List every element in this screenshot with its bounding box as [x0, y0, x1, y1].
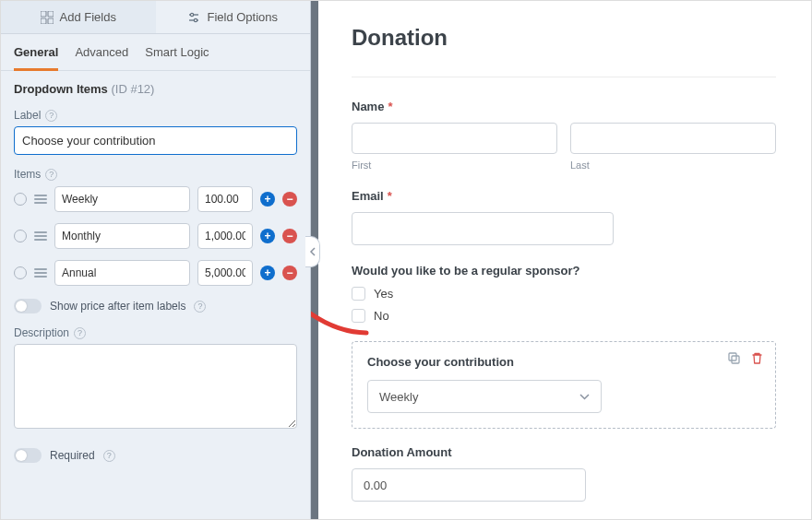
drag-handle-icon[interactable]: [34, 268, 47, 278]
item-name-input[interactable]: [54, 223, 190, 249]
label-input[interactable]: [14, 126, 297, 155]
duplicate-button[interactable]: [727, 351, 741, 368]
help-icon[interactable]: ?: [194, 301, 206, 313]
trash-icon: [750, 351, 764, 365]
tab-label: Add Fields: [60, 10, 116, 24]
name-label: Name*: [352, 100, 776, 113]
first-name-input[interactable]: [352, 123, 557, 154]
grid-icon: [41, 11, 54, 24]
chevron-left-icon: [309, 247, 316, 256]
add-item-button[interactable]: +: [260, 266, 275, 280]
field-name[interactable]: Name* First Last: [352, 100, 776, 171]
item-price-input[interactable]: [197, 260, 253, 286]
description-heading: Description ?: [14, 326, 297, 339]
item-default-radio[interactable]: [14, 193, 27, 206]
item-default-radio[interactable]: [14, 230, 27, 242]
svg-rect-2: [41, 18, 46, 24]
field-email[interactable]: Email*: [352, 189, 776, 245]
item-price-input[interactable]: [197, 223, 253, 249]
item-default-radio[interactable]: [14, 266, 27, 279]
chevron-down-icon: [579, 394, 590, 400]
tab-field-options[interactable]: Field Options: [156, 1, 311, 33]
checkbox-no-row[interactable]: No: [352, 309, 776, 323]
subtab-general[interactable]: General: [14, 34, 58, 71]
sub-tabs: General Advanced Smart Logic: [1, 34, 310, 71]
svg-point-7: [195, 18, 197, 21]
svg-rect-1: [48, 11, 54, 17]
delete-button[interactable]: [750, 351, 764, 368]
form-preview: Donation Name* First Last Email*: [311, 1, 811, 519]
required-toggle[interactable]: [14, 448, 42, 463]
svg-rect-3: [48, 18, 54, 24]
field-donation-amount[interactable]: Donation Amount 0.00: [352, 445, 776, 502]
show-price-toggle[interactable]: [14, 299, 42, 313]
svg-rect-0: [41, 11, 46, 17]
field-sponsor[interactable]: Would you like to be a regular sponsor? …: [352, 264, 776, 323]
add-item-button[interactable]: +: [260, 192, 275, 207]
section-title: Dropdown Items (ID #12): [14, 82, 297, 96]
email-input[interactable]: [352, 212, 614, 245]
svg-point-5: [191, 13, 194, 16]
top-tabs: Add Fields Field Options: [1, 1, 310, 34]
annotation-arrow-icon: [311, 268, 376, 342]
sidebar-panel: Add Fields Field Options General Advance…: [1, 1, 311, 519]
remove-item-button[interactable]: −: [282, 192, 297, 207]
drag-handle-icon[interactable]: [34, 195, 47, 204]
help-icon[interactable]: ?: [45, 169, 57, 181]
item-row: +−: [14, 223, 297, 249]
email-label: Email*: [352, 189, 776, 203]
item-price-input[interactable]: [197, 186, 253, 212]
sponsor-label: Would you like to be a regular sponsor?: [352, 264, 776, 278]
help-icon[interactable]: ?: [74, 327, 86, 339]
contribution-dropdown[interactable]: Weekly: [367, 380, 602, 413]
remove-item-button[interactable]: −: [282, 229, 297, 243]
subtab-smart-logic[interactable]: Smart Logic: [145, 34, 209, 70]
last-name-input[interactable]: [570, 123, 776, 154]
required-toggle-row: Required ?: [14, 448, 297, 463]
first-sublabel: First: [352, 160, 557, 171]
last-sublabel: Last: [570, 160, 776, 171]
help-icon[interactable]: ?: [103, 450, 115, 462]
subtab-advanced[interactable]: Advanced: [75, 34, 128, 70]
item-name-input[interactable]: [54, 186, 190, 212]
show-price-toggle-row: Show price after item labels ?: [14, 299, 297, 313]
help-icon[interactable]: ?: [45, 110, 57, 122]
svg-rect-8: [729, 353, 736, 360]
drag-handle-icon[interactable]: [34, 231, 47, 241]
add-item-button[interactable]: +: [260, 229, 275, 243]
sliders-icon: [187, 11, 200, 24]
label-heading: Label ?: [14, 109, 297, 122]
form-title: Donation: [352, 25, 776, 77]
contribution-label: Choose your contribution: [367, 355, 760, 369]
amount-label: Donation Amount: [352, 445, 776, 459]
collapse-handle[interactable]: [305, 236, 320, 267]
item-name-input[interactable]: [54, 260, 190, 286]
item-row: +−: [14, 186, 297, 212]
tab-label: Field Options: [207, 10, 278, 24]
remove-item-button[interactable]: −: [282, 266, 297, 280]
items-heading: Items ?: [14, 168, 297, 181]
duplicate-icon: [727, 351, 741, 365]
description-textarea[interactable]: [14, 344, 297, 429]
svg-rect-9: [732, 356, 739, 363]
item-row: +−: [14, 260, 297, 286]
checkbox-yes-row[interactable]: Yes: [352, 287, 776, 301]
tab-add-fields[interactable]: Add Fields: [1, 1, 156, 33]
amount-input[interactable]: 0.00: [352, 468, 586, 502]
field-contribution-selected[interactable]: Choose your contribution Weekly: [352, 341, 776, 429]
